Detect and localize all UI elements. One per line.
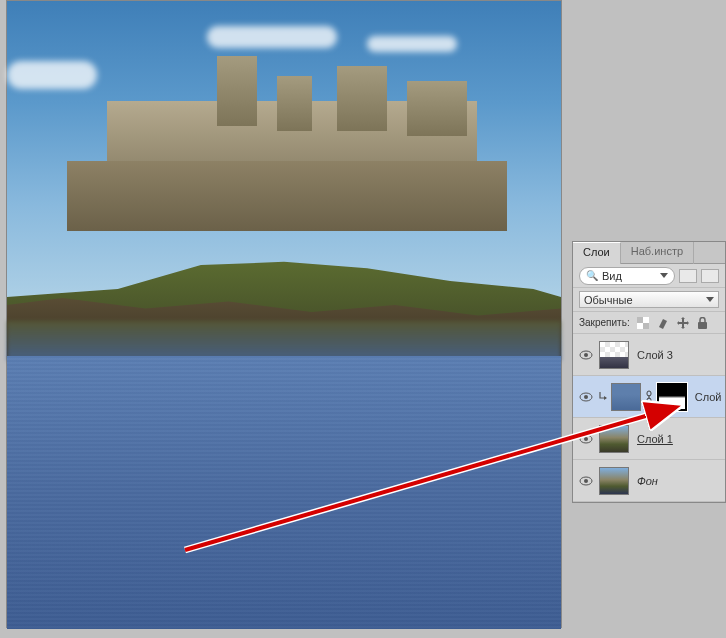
layer-filter-select[interactable]: 🔍 Вид (579, 267, 675, 285)
castle-tower (407, 81, 467, 136)
svg-rect-6 (698, 322, 707, 329)
water-surface (7, 356, 561, 629)
layer-row[interactable]: Слой 1 (573, 418, 725, 460)
lock-transparency-icon[interactable] (636, 316, 650, 330)
layer-thumbnail[interactable] (599, 341, 629, 369)
tab-adjustments[interactable]: Наб.инстр (621, 242, 694, 264)
chevron-down-icon (660, 273, 668, 279)
layer-filter-label: Вид (602, 270, 622, 282)
layer-thumbnail[interactable] (599, 425, 629, 453)
svg-rect-3 (643, 323, 649, 329)
layer-mask-thumbnail[interactable] (657, 383, 687, 411)
layer-name[interactable]: Слой 1 (633, 433, 673, 445)
blend-mode-select[interactable]: Обычные (579, 291, 719, 308)
layer-row[interactable]: Фон (573, 460, 725, 502)
castle-base (67, 161, 507, 231)
document-canvas[interactable] (6, 0, 562, 628)
svg-point-18 (584, 479, 588, 483)
eye-icon (579, 434, 593, 444)
svg-point-10 (584, 395, 588, 399)
filter-chip[interactable] (701, 269, 719, 283)
search-icon: 🔍 (586, 270, 598, 281)
svg-point-8 (584, 353, 588, 357)
filter-chip[interactable] (679, 269, 697, 283)
layer-name[interactable]: Фон (633, 475, 658, 487)
clipping-indicator-icon (599, 392, 607, 402)
lock-all-icon[interactable] (696, 316, 710, 330)
cloud (207, 26, 337, 48)
svg-rect-4 (643, 317, 649, 323)
layer-filter-row: 🔍 Вид (573, 264, 725, 288)
blend-mode-row: Обычные (573, 288, 725, 312)
chevron-down-icon (706, 297, 714, 303)
layer-name[interactable]: Слой 3 (633, 349, 673, 361)
svg-marker-0 (660, 273, 668, 278)
visibility-toggle[interactable] (577, 434, 595, 444)
lock-row: Закрепить: (573, 312, 725, 334)
layer-row-selected[interactable]: Слой (573, 376, 725, 418)
svg-rect-2 (637, 317, 643, 323)
eye-icon (579, 392, 593, 402)
mask-link-icon[interactable] (645, 390, 653, 404)
reflection-strip (7, 321, 561, 361)
castle-tower (337, 66, 387, 131)
layer-thumbnail[interactable] (611, 383, 641, 411)
visibility-toggle[interactable] (577, 476, 595, 486)
layers-list: Слой 3 Слой Слой 1 (573, 334, 725, 502)
visibility-toggle[interactable] (577, 350, 595, 360)
cloud (367, 36, 457, 52)
cloud (7, 61, 97, 89)
tab-layers[interactable]: Слои (573, 242, 621, 264)
svg-point-16 (584, 437, 588, 441)
svg-marker-11 (604, 396, 607, 400)
svg-marker-1 (706, 297, 714, 302)
svg-rect-5 (637, 323, 643, 329)
eye-icon (579, 350, 593, 360)
layers-panel: Слои Наб.инстр 🔍 Вид Обычные Закрепить: (572, 241, 726, 503)
castle-tower (277, 76, 312, 131)
lock-move-icon[interactable] (676, 316, 690, 330)
visibility-toggle[interactable] (577, 392, 595, 402)
layer-name[interactable]: Слой (691, 391, 721, 403)
castle-tower (217, 56, 257, 126)
layer-thumbnail[interactable] (599, 467, 629, 495)
lock-paint-icon[interactable] (656, 316, 670, 330)
panel-tabs: Слои Наб.инстр (573, 242, 725, 264)
lock-label: Закрепить: (579, 317, 630, 328)
eye-icon (579, 476, 593, 486)
blend-mode-value: Обычные (584, 294, 633, 306)
layer-row[interactable]: Слой 3 (573, 334, 725, 376)
